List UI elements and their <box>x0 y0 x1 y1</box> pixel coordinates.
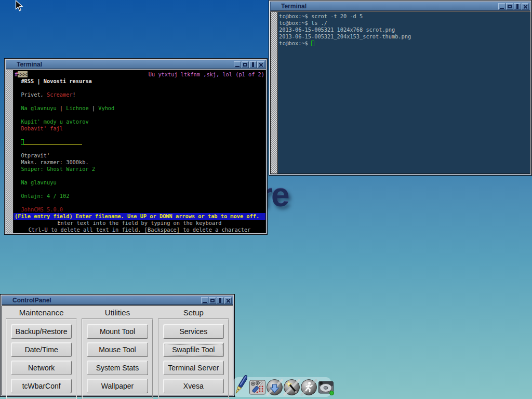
maximize-icon[interactable] <box>242 61 249 68</box>
editor-pen-icon[interactable] <box>235 374 247 396</box>
services-button[interactable]: Services <box>163 324 224 339</box>
group-setup: Services Swapfile Tool Terminal Server X… <box>158 318 229 399</box>
max-size-label: Maks. razmer: 3000kb. <box>15 159 264 166</box>
nav-link-home[interactable]: Na glavnuyu <box>21 105 56 111</box>
control-panel-icon[interactable] <box>249 379 266 396</box>
terminal-right-content: tc@box:~$ scrot -t 20 -d 5 tc@box:~$ ls … <box>278 12 530 174</box>
close-icon[interactable] <box>257 61 264 68</box>
mount-drive-icon[interactable] <box>317 379 335 396</box>
scrollbar-track[interactable] <box>271 12 278 174</box>
mount-tool-button[interactable]: Mount Tool <box>87 324 148 339</box>
minimize-icon[interactable] <box>498 3 506 10</box>
link-game[interactable]: Sniper: Ghost Warrior 2 <box>15 166 264 172</box>
close-icon[interactable] <box>522 3 529 10</box>
run-icon[interactable] <box>300 379 317 396</box>
shell-line: 2013-06-15-005321_1024x768_scrot.png <box>279 26 529 33</box>
nav-link-exit[interactable]: Vyhod <box>98 105 114 111</box>
file-entry-field[interactable] <box>15 139 264 145</box>
group-utilities: Mount Tool Mouse Tool System Stats Wallp… <box>82 318 153 399</box>
username: Screamer <box>47 91 73 98</box>
terminal-server-button[interactable]: Terminal Server <box>163 361 224 375</box>
column-header-utilities: Utilities <box>82 307 153 318</box>
status-bar: (File entry field) Enter filename. Use U… <box>14 213 265 220</box>
greeting-line: Privet, Screamer! <box>15 91 264 98</box>
shade-icon[interactable] <box>217 297 224 304</box>
network-button[interactable]: Network <box>11 361 72 375</box>
date-time-button[interactable]: Date/Time <box>11 342 72 357</box>
wallpaper-button[interactable]: Wallpaper <box>87 379 148 393</box>
swapfile-tool-button[interactable]: Swapfile Tool <box>163 342 224 357</box>
terminal-window-right: Terminal tc@box:~$ scrot -t 20 -d 5 tc@b… <box>269 0 532 176</box>
field-underline <box>24 139 82 145</box>
shade-icon[interactable] <box>514 3 521 10</box>
online-counter: Onlajn: 4 / 102 <box>15 193 264 200</box>
column-header-maintenance: Maintenance <box>6 307 77 318</box>
close-icon[interactable] <box>224 297 232 304</box>
window-title: Terminal <box>17 60 233 69</box>
nav-links-line: Na glavnuyu | Lichnoe | Vyhod <box>15 105 264 112</box>
page-heading: #RSS | Novosti resursa <box>15 78 264 85</box>
column-header-setup: Setup <box>158 307 229 318</box>
shell-line: tc@box:~$ scrot -t 20 -d 5 <box>279 13 529 20</box>
terminal-window-left: Terminal #<<<Uu ytxtuj ltkfnm ,skj, lol … <box>4 58 268 235</box>
link-home-bottom[interactable]: Na glavnuyu <box>15 179 264 186</box>
dock-bar <box>233 377 331 397</box>
control-panel-body: Maintenance Utilities Setup Backup/Resto… <box>2 305 233 395</box>
links-browser-content: #<<<Uu ytxtuj ltkfnm ,skj, lol (p1 of 2)… <box>14 70 265 233</box>
terminal-right-titlebar[interactable]: Terminal <box>270 2 530 11</box>
wizard-icon[interactable] <box>283 379 300 396</box>
system-stats-button[interactable]: System Stats <box>87 361 148 375</box>
scrollbar-track[interactable] <box>6 70 14 233</box>
control-panel-titlebar[interactable]: ControlPanel <box>2 296 233 305</box>
minimize-icon[interactable] <box>234 61 241 68</box>
control-panel-window: ControlPanel Maintenance Utilities Setup… <box>0 294 235 397</box>
shell-prompt-line: tc@box:~$ <box>279 40 529 47</box>
browser-topbar: #<<<Uu ytxtuj ltkfnm ,skj, lol (p1 of 2) <box>15 71 264 78</box>
window-title: ControlPanel <box>12 296 201 304</box>
xvesa-button[interactable]: Xvesa <box>163 379 224 393</box>
minimize-icon[interactable] <box>201 297 208 304</box>
tcwbarconf-button[interactable]: tcWbarConf <box>11 379 72 393</box>
apps-download-icon[interactable] <box>266 379 283 396</box>
help-line-2: Ctrl-U to delete all text in field, [Bac… <box>15 227 264 233</box>
group-maintenance: Backup/Restore Date/Time Network tcWbarC… <box>6 318 77 399</box>
submit-label[interactable]: Otpravit' <box>15 152 264 159</box>
link-buy-mods[interactable]: Kupit' mody u avtorov <box>15 118 264 125</box>
shell-line: 2013-06-15-005321_204x153_scrot-thumb.pn… <box>279 33 529 40</box>
maximize-icon[interactable] <box>506 3 513 10</box>
window-title: Terminal <box>281 2 498 10</box>
page-info: Uu ytxtuj ltkfnm ,skj, lol (p1 of 2) <box>149 71 264 78</box>
link-add-file[interactable]: Dobavit' fajl <box>15 125 264 132</box>
terminal-left-titlebar[interactable]: Terminal <box>6 60 266 69</box>
mouse-tool-button[interactable]: Mouse Tool <box>87 342 148 357</box>
shade-icon[interactable] <box>249 61 257 68</box>
help-line-1: Enter text into the field by typing on t… <box>15 220 264 227</box>
maximize-icon[interactable] <box>209 297 216 304</box>
footer-johncms: JohnCMS 5.0.0 <box>15 206 264 213</box>
backup-restore-button[interactable]: Backup/Restore <box>11 324 72 339</box>
nav-link-personal[interactable]: Lichnoe <box>66 105 88 111</box>
desktop-background: re Terminal tc@box:~$ scrot -t 20 -d 5 t… <box>0 0 532 399</box>
shell-line: tc@box:~$ ls ./ <box>279 20 529 26</box>
terminal-cursor <box>311 41 314 46</box>
mouse-cursor <box>15 0 25 12</box>
back-link[interactable]: <<< <box>18 71 28 77</box>
